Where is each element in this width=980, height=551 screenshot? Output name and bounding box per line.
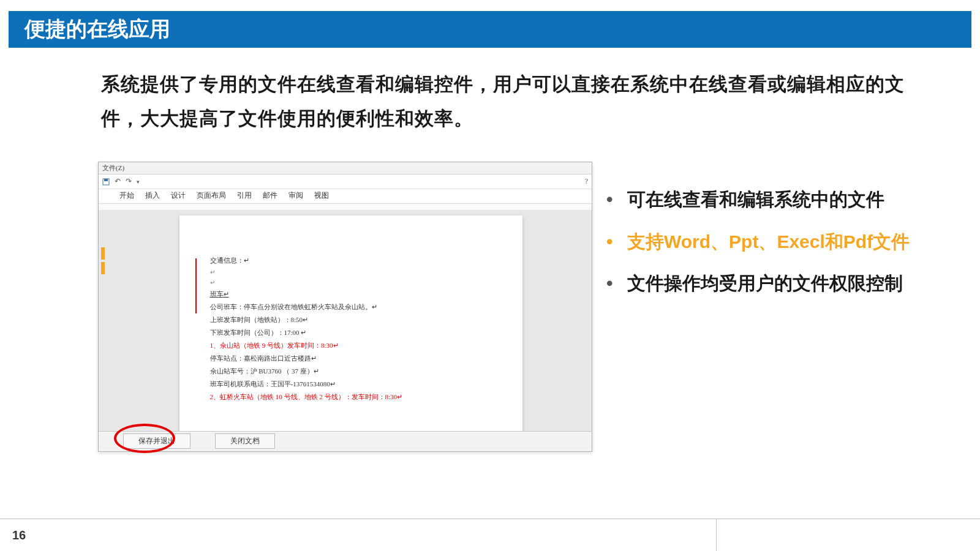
document-page[interactable]: 交通信息：↵ ↵ ↵ 班车↵ 公司班车：停车点分别设在地铁虹桥火车站及佘山站。↵… [179,216,522,431]
ribbon-tab[interactable]: 页面布局 [197,190,226,201]
ribbon-tab[interactable]: 视图 [314,190,329,201]
page-number: 16 [12,528,26,542]
bullet-item: • 文件操作均受用户的文件权限控制 [606,268,937,300]
doc-line: 佘山站车号：沪 BU3760 （ 37 座）↵ [210,367,492,376]
quick-access-toolbar: ↶ ↷ ▾ ? [99,174,592,189]
bullet-marker-icon: • [606,226,627,258]
close-document-button[interactable]: 关闭文档 [215,433,275,449]
doc-line: 公司班车：停车点分别设在地铁虹桥火车站及佘山站。↵ [210,302,492,312]
doc-line: 停车站点：嘉松南路出口近古楼路↵ [210,354,492,363]
undo-icon[interactable]: ↶ [115,177,121,186]
doc-line: 2、虹桥火车站（地铁 10 号线、地铁 2 号线）：发车时间：8:30↵ [210,392,492,402]
revision-mark-icon [101,262,105,274]
slide-description: 系统提供了专用的文件在线查看和编辑控件，用户可以直接在系统中在线查看或编辑相应的… [101,67,919,136]
editor-footer: 保存并退出 关闭文档 [99,431,592,450]
bullet-marker-icon: • [606,268,627,300]
bullet-text: 文件操作均受用户的文件权限控制 [627,268,903,300]
embedded-editor-screenshot: 文件(Z) ↶ ↷ ▾ ? 开始 插入 设计 页面布局 引用 邮件 审阅 视图 … [98,162,592,452]
bullet-item: • 支持Word、Ppt、Execl和Pdf文件 [606,226,937,258]
slide-title: 便捷的在线应用 [24,15,170,43]
doc-line: 班车↵ [210,290,492,299]
document-canvas: 交通信息：↵ ↵ ↵ 班车↵ 公司班车：停车点分别设在地铁虹桥火车站及佘山站。↵… [99,211,592,431]
doc-line: 交通信息：↵ [210,256,492,265]
help-icon[interactable]: ? [585,177,588,186]
bullet-text: 支持Word、Ppt、Execl和Pdf文件 [627,226,910,258]
footer-divider [716,519,717,551]
ribbon-tabs: 开始 插入 设计 页面布局 引用 邮件 审阅 视图 [99,189,592,204]
bullet-marker-icon: • [606,184,627,216]
revision-mark-icon [101,247,105,260]
ribbon-tab[interactable]: 开始 [119,190,134,201]
save-icon[interactable] [102,178,110,186]
slide-title-bar: 便捷的在线应用 [9,11,971,48]
redo-icon[interactable]: ↷ [126,177,132,186]
qat-dropdown-icon[interactable]: ▾ [137,179,140,185]
bullet-text: 可在线查看和编辑系统中的文件 [627,184,884,216]
doc-line: 1、佘山站（地铁 9 号线）发车时间：8:30↵ [210,341,492,350]
editor-file-menu[interactable]: 文件(Z) [99,162,592,174]
ribbon-tab[interactable]: 邮件 [263,190,277,201]
doc-line: 班车司机联系电话：王国平-13761534080↵ [210,380,492,389]
doc-line: 上班发车时间（地铁站）：8:50↵ [210,315,492,324]
bullet-item: • 可在线查看和编辑系统中的文件 [606,184,937,216]
revision-line-icon [195,258,197,313]
footer-separator [0,519,980,519]
ribbon-tab[interactable]: 设计 [171,190,186,201]
ruler [99,204,592,211]
revision-gutter [99,211,110,431]
doc-line: 下班发车时间（公司）：17:00 ↵ [210,328,492,337]
ribbon-tab[interactable]: 引用 [237,190,252,201]
save-and-exit-button[interactable]: 保存并退出 [123,433,190,449]
ribbon-tab[interactable]: 插入 [145,190,160,201]
doc-line: ↵ [210,279,492,286]
ribbon-tab[interactable]: 审阅 [288,190,303,201]
feature-bullets: • 可在线查看和编辑系统中的文件 • 支持Word、Ppt、Execl和Pdf文… [606,184,937,310]
doc-line: ↵ [210,269,492,276]
svg-rect-1 [104,179,108,181]
